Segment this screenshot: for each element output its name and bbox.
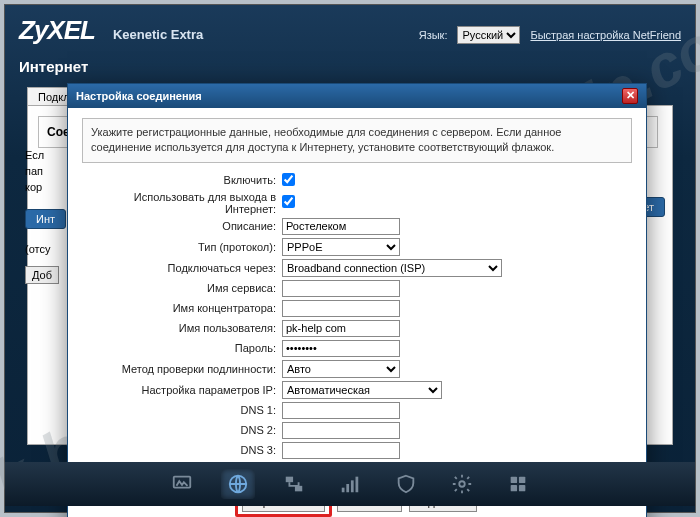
label-enable: Включить: bbox=[82, 174, 282, 186]
monitor-icon[interactable] bbox=[165, 469, 199, 499]
label-dns1: DNS 1: bbox=[82, 404, 282, 416]
language-label: Язык: bbox=[419, 29, 448, 41]
password-input[interactable] bbox=[282, 340, 400, 357]
svg-rect-9 bbox=[511, 477, 517, 483]
use-internet-checkbox[interactable] bbox=[282, 195, 295, 208]
svg-rect-2 bbox=[286, 477, 293, 483]
connection-settings-dialog: Настройка соединения ✕ Укажите регистрац… bbox=[67, 83, 647, 517]
page-title: Интернет bbox=[5, 50, 695, 85]
svg-rect-11 bbox=[511, 485, 517, 491]
svg-rect-6 bbox=[351, 480, 354, 492]
svg-rect-10 bbox=[519, 477, 525, 483]
label-use-internet: Использовать для выхода в Интернет: bbox=[82, 191, 282, 215]
description-input[interactable] bbox=[282, 218, 400, 235]
netfriend-link[interactable]: Быстрая настройка NetFriend bbox=[530, 29, 681, 41]
enable-checkbox[interactable] bbox=[282, 173, 295, 186]
dialog-title: Настройка соединения bbox=[76, 90, 202, 102]
ip-config-select[interactable]: Автоматическая bbox=[282, 381, 442, 399]
label-concentrator: Имя концентратора: bbox=[82, 302, 282, 314]
gear-icon[interactable] bbox=[445, 469, 479, 499]
label-dns2: DNS 2: bbox=[82, 424, 282, 436]
label-protocol: Тип (протокол): bbox=[82, 241, 282, 253]
globe-icon[interactable] bbox=[221, 469, 255, 499]
close-icon[interactable]: ✕ bbox=[622, 88, 638, 104]
connect-via-select[interactable]: Broadband connection (ISP) bbox=[282, 259, 502, 277]
signal-icon[interactable] bbox=[333, 469, 367, 499]
label-password: Пароль: bbox=[82, 342, 282, 354]
dialog-hint: Укажите регистрационные данные, необходи… bbox=[82, 118, 632, 163]
svg-point-8 bbox=[459, 481, 465, 487]
username-input[interactable] bbox=[282, 320, 400, 337]
label-service: Имя сервиса: bbox=[82, 282, 282, 294]
model-name: Keenetic Extra bbox=[113, 27, 203, 42]
concentrator-input[interactable] bbox=[282, 300, 400, 317]
label-auth: Метод проверки подлинности: bbox=[82, 363, 282, 375]
protocol-select[interactable]: PPPoE bbox=[282, 238, 400, 256]
dns2-input[interactable] bbox=[282, 422, 400, 439]
label-dns3: DNS 3: bbox=[82, 444, 282, 456]
label-ip-config: Настройка параметров IP: bbox=[82, 384, 282, 396]
shield-icon[interactable] bbox=[389, 469, 423, 499]
label-description: Описание: bbox=[82, 220, 282, 232]
svg-rect-12 bbox=[519, 485, 525, 491]
dns3-input[interactable] bbox=[282, 442, 400, 459]
bottom-nav bbox=[5, 462, 695, 506]
brand-logo: ZyXEL bbox=[19, 15, 95, 46]
dns1-input[interactable] bbox=[282, 402, 400, 419]
auth-select[interactable]: Авто bbox=[282, 360, 400, 378]
svg-rect-7 bbox=[356, 477, 359, 493]
network-icon[interactable] bbox=[277, 469, 311, 499]
bg-internet-button[interactable]: Инт bbox=[25, 209, 66, 229]
label-username: Имя пользователя: bbox=[82, 322, 282, 334]
bg-add-button[interactable]: Доб bbox=[25, 266, 59, 284]
language-select[interactable]: Русский bbox=[457, 26, 520, 44]
svg-rect-5 bbox=[346, 484, 349, 492]
service-input[interactable] bbox=[282, 280, 400, 297]
svg-rect-4 bbox=[342, 488, 345, 493]
label-connect-via: Подключаться через: bbox=[82, 262, 282, 274]
apps-icon[interactable] bbox=[501, 469, 535, 499]
background-side-content: Есл пап кор Инт (отсу Доб bbox=[25, 145, 66, 285]
